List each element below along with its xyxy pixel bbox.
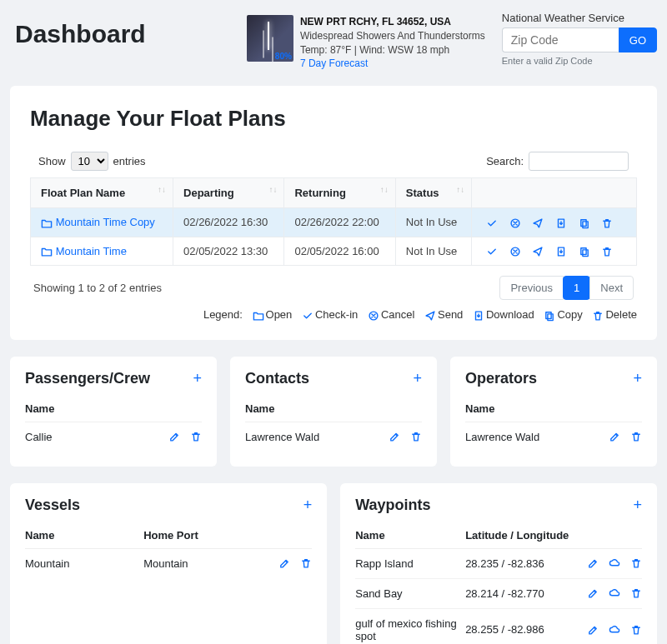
weather-icon[interactable]: [609, 624, 620, 636]
delete-icon[interactable]: [601, 246, 613, 257]
table-row: Mountain Time Copy 02/26/2022 16:30 02/2…: [31, 208, 637, 237]
edit-icon[interactable]: [587, 624, 599, 636]
top-bar: Dashboard 80% NEW PRT RCHY, FL 34652, US…: [10, 8, 657, 71]
departing-cell: 02/26/2022 16:30: [173, 208, 284, 237]
prev-button[interactable]: Previous: [499, 276, 564, 300]
edit-icon[interactable]: [168, 431, 180, 442]
send-icon[interactable]: [532, 246, 544, 257]
returning-cell: 02/26/2022 22:00: [284, 208, 395, 237]
copy-icon: [544, 310, 555, 322]
item-name: Callie: [25, 431, 152, 443]
weather-icon[interactable]: [609, 587, 620, 599]
float-plan-link[interactable]: Mountain Time Copy: [56, 216, 155, 228]
float-plan-link[interactable]: Mountain Time: [56, 245, 127, 257]
send-icon: [424, 310, 436, 322]
passengers-card: Passengers/Crew + Name Callie: [10, 357, 217, 467]
precip-probability: 80%: [275, 52, 292, 61]
edit-icon[interactable]: [587, 557, 599, 569]
card-title: Contacts: [245, 370, 309, 387]
edit-icon[interactable]: [278, 557, 290, 569]
cancel-icon[interactable]: [509, 246, 521, 257]
weather-icon[interactable]: [609, 557, 620, 569]
status-cell: Not In Use: [395, 237, 471, 266]
waypoint-loc: 28.255 / -82.986: [465, 623, 575, 636]
list-item: Callie: [25, 422, 202, 452]
page-title: Dashboard: [15, 20, 230, 48]
copy-icon[interactable]: [579, 217, 590, 229]
waypoint-name: Rapp Island: [355, 557, 465, 570]
pagination: Previous 1 Next: [500, 276, 634, 300]
col-actions: [472, 178, 637, 208]
add-operator-button[interactable]: +: [633, 370, 642, 387]
departing-cell: 02/05/2022 13:30: [173, 237, 284, 266]
show-label: Show: [38, 155, 66, 167]
checkin-icon: [302, 310, 313, 322]
col-departing[interactable]: Departing↑↓: [173, 178, 284, 208]
waypoints-card: Waypoints + Name Latitude / Longitude Ra…: [340, 483, 657, 644]
delete-icon[interactable]: [630, 557, 642, 569]
search-input[interactable]: [529, 152, 629, 171]
card-title: Operators: [465, 370, 537, 387]
table-row: Mountain Time 02/05/2022 13:30 02/05/202…: [31, 237, 637, 266]
download-icon[interactable]: [555, 217, 567, 229]
add-contact-button[interactable]: +: [413, 370, 422, 387]
delete-icon[interactable]: [190, 431, 202, 442]
search-label: Search:: [486, 155, 524, 167]
zipcode-input[interactable]: [502, 27, 619, 52]
list-item: Rapp Island 28.235 / -82.836: [355, 549, 642, 579]
card-title: Vessels: [25, 497, 80, 514]
manage-float-plans-panel: Manage Your Float Plans Show 10 entries …: [10, 86, 657, 340]
delete-icon[interactable]: [601, 217, 613, 229]
status-cell: Not In Use: [395, 208, 471, 237]
cancel-icon[interactable]: [509, 217, 521, 229]
item-name: Lawrence Wald: [465, 431, 592, 443]
cancel-icon: [368, 310, 379, 322]
delete-icon[interactable]: [410, 431, 422, 442]
panel-title: Manage Your Float Plans: [30, 106, 637, 132]
waypoint-name: Sand Bay: [355, 587, 465, 600]
folder-open-icon[interactable]: [41, 217, 53, 229]
weather-location: NEW PRT RCHY, FL 34652, USA: [300, 15, 485, 29]
copy-icon[interactable]: [579, 246, 590, 257]
edit-icon[interactable]: [587, 587, 599, 599]
page-1-button[interactable]: 1: [563, 276, 590, 300]
edit-icon[interactable]: [609, 431, 620, 442]
waypoint-loc: 28.214 / -82.770: [465, 587, 575, 600]
returning-cell: 02/05/2022 16:00: [284, 237, 395, 266]
delete-icon[interactable]: [630, 624, 642, 636]
operators-card: Operators + Name Lawrence Wald: [450, 357, 657, 467]
add-passenger-button[interactable]: +: [193, 370, 202, 387]
next-button[interactable]: Next: [589, 276, 634, 300]
list-item: Sand Bay 28.214 / -82.770: [355, 579, 642, 609]
card-title: Passengers/Crew: [25, 370, 150, 387]
contacts-card: Contacts + Name Lawrence Wald: [230, 357, 437, 467]
checkin-icon[interactable]: [486, 217, 498, 229]
delete-icon: [592, 310, 604, 322]
item-name: Lawrence Wald: [245, 431, 372, 443]
nws-label: National Weather Service: [502, 12, 657, 24]
checkin-icon[interactable]: [486, 246, 498, 257]
download-icon[interactable]: [555, 246, 567, 257]
go-button[interactable]: GO: [619, 27, 657, 52]
add-vessel-button[interactable]: +: [303, 497, 313, 514]
forecast-link[interactable]: 7 Day Forecast: [300, 57, 368, 69]
float-plans-table: Float Plan Name↑↓ Departing↑↓ Returning↑…: [30, 177, 637, 266]
weather-widget: 80% NEW PRT RCHY, FL 34652, USA Widespre…: [247, 15, 485, 71]
delete-icon[interactable]: [630, 431, 642, 442]
waypoint-name: gulf of mexico fishing spot: [355, 617, 465, 642]
download-icon: [473, 310, 484, 322]
entries-select[interactable]: 10: [71, 152, 108, 171]
col-float-plan-name[interactable]: Float Plan Name↑↓: [31, 178, 173, 208]
col-returning[interactable]: Returning↑↓: [284, 178, 395, 208]
list-item: Mountain Mountain: [25, 549, 312, 578]
vessel-port: Mountain: [143, 557, 262, 570]
folder-open-icon[interactable]: [41, 246, 53, 257]
send-icon[interactable]: [532, 217, 544, 229]
delete-icon[interactable]: [630, 587, 642, 599]
weather-description: Widespread Showers And Thunderstorms: [300, 29, 485, 43]
col-status[interactable]: Status↑↓: [395, 178, 471, 208]
edit-icon[interactable]: [389, 431, 400, 442]
delete-icon[interactable]: [300, 557, 312, 569]
add-waypoint-button[interactable]: +: [633, 497, 642, 514]
list-item: Lawrence Wald: [465, 422, 642, 452]
